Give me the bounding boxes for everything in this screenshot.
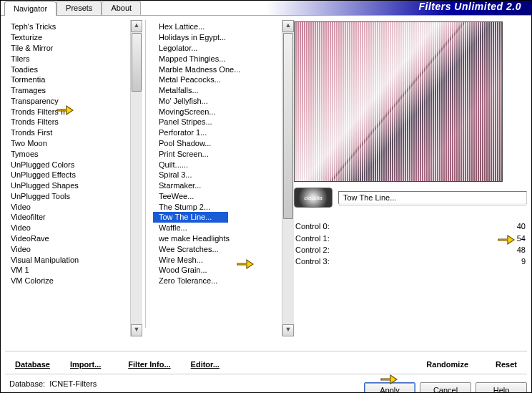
control-label: Control 0: bbox=[295, 222, 330, 231]
scroll-down-icon[interactable]: ▼ bbox=[131, 324, 142, 336]
list-item[interactable]: Tile & Mirror bbox=[5, 43, 130, 54]
logo-eye: claudia bbox=[294, 188, 332, 208]
filter-name-display: Tow The Line... bbox=[338, 191, 527, 204]
list-item[interactable]: Holidays in Egypt... bbox=[153, 32, 282, 43]
scroll-up-icon[interactable]: ▲ bbox=[282, 20, 294, 32]
list-item[interactable]: Video bbox=[5, 201, 130, 212]
link-bar: Database Import... Filter Info... Editor… bbox=[5, 351, 527, 370]
list-item[interactable]: VideoRave bbox=[5, 233, 130, 244]
control-row[interactable]: Control 2:48 bbox=[294, 244, 527, 256]
list-item[interactable]: TeeWee... bbox=[153, 191, 282, 202]
list-item[interactable]: MovingScreen... bbox=[153, 106, 282, 117]
list-item[interactable]: Mo' Jellyfish... bbox=[153, 95, 282, 106]
control-value: 54 bbox=[506, 234, 526, 243]
filter-info-link[interactable]: Filter Info... bbox=[118, 359, 180, 370]
list-item[interactable]: UnPlugged Tools bbox=[5, 191, 130, 202]
list-item[interactable]: Wood Grain... bbox=[153, 265, 282, 276]
list-item[interactable]: UnPlugged Shapes bbox=[5, 180, 130, 191]
list-item[interactable]: Wire Mesh... bbox=[153, 254, 282, 265]
list-item[interactable]: Legolator... bbox=[153, 43, 282, 54]
list-item[interactable]: Zero Tolerance... bbox=[153, 276, 282, 286]
list-item[interactable]: Tilers bbox=[5, 53, 130, 64]
list-item[interactable]: Transparency bbox=[5, 95, 130, 106]
list-item[interactable]: Starmaker... bbox=[153, 180, 282, 191]
list-item[interactable]: Texturize bbox=[5, 32, 130, 43]
list-item[interactable]: Metal Peacocks... bbox=[153, 74, 282, 85]
control-value: 48 bbox=[506, 246, 526, 254]
app-title: Filters Unlimited 2.0 bbox=[418, 1, 521, 12]
list-item[interactable]: Tow The Line... bbox=[153, 212, 228, 223]
import-link[interactable]: Import... bbox=[60, 359, 111, 370]
list-item[interactable]: Toadies bbox=[5, 64, 130, 74]
apply-button[interactable]: Apply bbox=[364, 382, 415, 393]
list-item[interactable]: Videofilter bbox=[5, 212, 130, 223]
list-item[interactable]: Video bbox=[5, 243, 130, 254]
tab-navigator[interactable]: Navigator bbox=[4, 1, 56, 16]
control-row[interactable]: Control 0:40 bbox=[294, 220, 527, 232]
list-item[interactable]: Tronds Filters II bbox=[5, 106, 130, 117]
vertical-divider bbox=[145, 20, 146, 328]
preview-image bbox=[294, 21, 503, 182]
status-text: Database: ICNET-Filters Filters: 4595 bbox=[5, 379, 97, 393]
database-link[interactable]: Database bbox=[5, 359, 60, 370]
control-row[interactable]: Control 1:54 bbox=[294, 232, 527, 243]
list-item[interactable]: Pool Shadow... bbox=[153, 138, 282, 149]
list-item[interactable]: VM 1 bbox=[5, 265, 130, 276]
list-item[interactable]: Print Screen... bbox=[153, 148, 282, 159]
list-item[interactable]: Mapped Thingies... bbox=[153, 53, 282, 64]
list-item[interactable]: Tormentia bbox=[5, 74, 130, 85]
list-item[interactable]: Metalfalls... bbox=[153, 85, 282, 96]
controls-panel: Control 0:40Control 1:54Control 2:48Cont… bbox=[294, 220, 527, 268]
scroll-thumb[interactable] bbox=[283, 33, 293, 219]
list-item[interactable]: Quilt...... bbox=[153, 159, 282, 170]
list-item[interactable]: Tronds First bbox=[5, 127, 130, 138]
control-label: Control 3: bbox=[295, 257, 330, 266]
list-item[interactable]: Two Moon bbox=[5, 138, 130, 149]
help-button[interactable]: Help bbox=[476, 382, 527, 393]
category-scrollbar[interactable]: ▲ ▼ bbox=[130, 20, 142, 336]
category-list[interactable]: Teph's TricksTexturizeTile & MirrorTiler… bbox=[5, 20, 130, 336]
list-item[interactable]: Perforator 1... bbox=[153, 127, 282, 138]
list-item[interactable]: Waffle... bbox=[153, 223, 282, 233]
list-item[interactable]: Wee Scratches... bbox=[153, 243, 282, 254]
tab-about[interactable]: About bbox=[102, 1, 141, 15]
list-item[interactable]: Spiral 3... bbox=[153, 170, 282, 180]
list-item[interactable]: The Stump 2... bbox=[153, 201, 282, 212]
list-item[interactable]: VM Colorize bbox=[5, 276, 130, 286]
list-item[interactable]: we make Headlights bbox=[153, 233, 282, 244]
list-item[interactable]: Hex Lattice... bbox=[153, 21, 282, 32]
reset-link[interactable]: Reset bbox=[486, 359, 527, 370]
list-item[interactable]: Tronds Filters bbox=[5, 117, 130, 127]
editor-link[interactable]: Editor... bbox=[181, 359, 230, 370]
scroll-down-icon[interactable]: ▼ bbox=[282, 324, 294, 336]
list-item[interactable]: Tymoes bbox=[5, 148, 130, 159]
scroll-up-icon[interactable]: ▲ bbox=[131, 20, 142, 32]
list-item[interactable]: Panel Stripes... bbox=[153, 117, 282, 127]
randomize-link[interactable]: Randomize bbox=[416, 359, 478, 370]
cancel-button[interactable]: Cancel bbox=[420, 382, 471, 393]
list-item[interactable]: Marble Madness One... bbox=[153, 64, 282, 74]
list-item[interactable]: UnPlugged Colors bbox=[5, 159, 130, 170]
list-item[interactable]: Tramages bbox=[5, 85, 130, 96]
control-value: 9 bbox=[506, 257, 526, 266]
list-item[interactable]: Teph's Tricks bbox=[5, 21, 130, 32]
list-item[interactable]: Video bbox=[5, 223, 130, 233]
scroll-thumb[interactable] bbox=[132, 33, 142, 92]
list-item[interactable]: UnPlugged Effects bbox=[5, 170, 130, 180]
tab-presets[interactable]: Presets bbox=[56, 1, 102, 15]
control-value: 40 bbox=[506, 222, 526, 231]
filter-list[interactable]: Hex Lattice...Holidays in Egypt...Legola… bbox=[153, 20, 282, 336]
list-item[interactable]: Visual Manipulation bbox=[5, 254, 130, 265]
control-row[interactable]: Control 3:9 bbox=[294, 256, 527, 267]
control-label: Control 2: bbox=[295, 246, 330, 254]
control-label: Control 1: bbox=[295, 234, 330, 243]
filter-scrollbar[interactable]: ▲ ▼ bbox=[282, 20, 294, 336]
